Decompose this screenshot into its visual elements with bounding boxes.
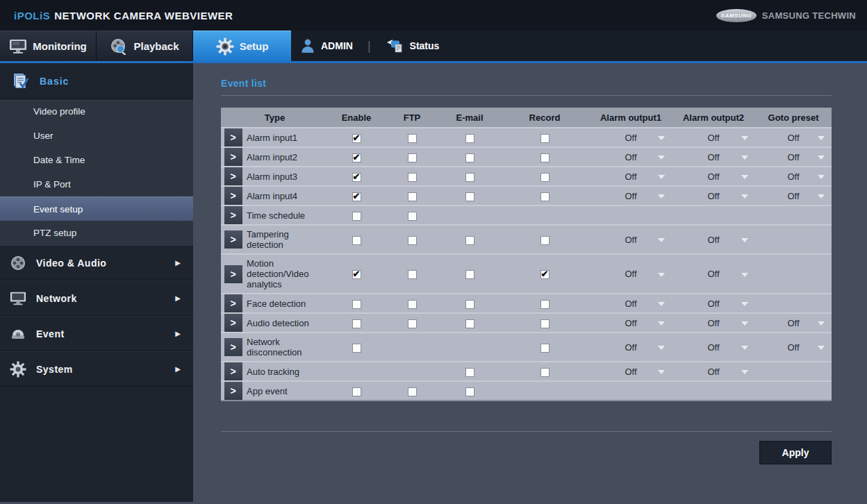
enable-checkbox[interactable] [352, 134, 361, 143]
sidebar-item-event[interactable]: Event ▶ [0, 316, 193, 351]
alarm-output2-dropdown[interactable]: Off [672, 235, 755, 245]
enable-checkbox[interactable] [352, 270, 361, 279]
alarm-output1-dropdown[interactable]: Off [590, 269, 672, 279]
expand-row-button[interactable]: > [224, 362, 242, 380]
sidebar-item-basic[interactable]: Basic [0, 63, 193, 99]
enable-checkbox[interactable] [352, 192, 361, 201]
enable-checkbox[interactable] [352, 212, 361, 221]
expand-row-button[interactable]: > [224, 148, 242, 166]
ftp-checkbox[interactable] [408, 300, 417, 309]
record-checkbox[interactable] [540, 192, 550, 201]
goto-preset-dropdown[interactable]: Off [755, 133, 832, 143]
record-checkbox[interactable] [540, 300, 550, 309]
ftp-checkbox[interactable] [408, 270, 417, 279]
alarm-output2-dropdown[interactable]: Off [672, 269, 755, 279]
sidebar-item-video-audio[interactable]: Video & Audio ▶ [0, 245, 193, 280]
email-checkbox[interactable] [465, 134, 474, 143]
record-checkbox[interactable] [540, 344, 550, 353]
email-checkbox[interactable] [465, 319, 474, 328]
alarm-output1-dropdown[interactable]: Off [590, 318, 672, 328]
expand-row-button[interactable]: > [224, 167, 242, 185]
ftp-checkbox[interactable] [408, 192, 417, 201]
alarm-output1-dropdown[interactable]: Off [590, 367, 672, 377]
alarm-output2-dropdown[interactable]: Off [672, 318, 755, 328]
alarm-output2-dropdown[interactable]: Off [672, 299, 755, 309]
record-checkbox[interactable] [540, 134, 550, 143]
goto-preset-dropdown[interactable]: Off [755, 318, 832, 328]
enable-checkbox[interactable] [352, 319, 361, 328]
goto-preset-dropdown[interactable]: Off [755, 171, 832, 182]
ftp-checkbox[interactable] [408, 153, 417, 162]
sidebar-item-video-profile[interactable]: Video profile [0, 99, 193, 124]
record-checkbox[interactable] [540, 368, 550, 377]
tab-setup[interactable]: Setup [193, 31, 291, 61]
alarm-output1-dropdown[interactable]: Off [590, 171, 672, 182]
enable-checkbox[interactable] [352, 153, 361, 162]
alarm-output1-dropdown[interactable]: Off [590, 299, 672, 309]
sidebar-item-ptz-setup[interactable]: PTZ setup [0, 221, 193, 245]
record-checkbox[interactable] [540, 173, 550, 182]
alarm-output2-dropdown[interactable]: Off [672, 342, 755, 353]
record-checkbox[interactable] [540, 153, 550, 162]
expand-row-button[interactable]: > [224, 338, 242, 356]
sidebar-item-user[interactable]: User [0, 124, 193, 148]
sidebar-item-event-setup[interactable]: Event setup [0, 196, 193, 221]
email-checkbox[interactable] [465, 173, 474, 182]
alarm-output2-dropdown[interactable]: Off [672, 367, 755, 377]
enable-checkbox[interactable] [352, 300, 361, 309]
expand-row-button[interactable]: > [224, 265, 242, 283]
ftp-checkbox[interactable] [408, 173, 417, 182]
alarm-output1-dropdown[interactable]: Off [590, 191, 672, 201]
logged-user-label: ADMIN [321, 40, 353, 51]
alarm-output2-dropdown[interactable]: Off [672, 133, 755, 143]
tab-monitoring[interactable]: Monitoring [0, 31, 97, 61]
enable-checkbox[interactable] [352, 387, 361, 396]
alarm-output2-dropdown[interactable]: Off [672, 152, 755, 162]
email-checkbox[interactable] [465, 368, 474, 377]
expand-row-button[interactable]: > [224, 128, 242, 146]
goto-preset-dropdown[interactable]: Off [755, 152, 832, 162]
brand-area: SAMSUNG SAMSUNG TECHWIN [716, 9, 856, 22]
email-checkbox[interactable] [465, 192, 474, 201]
apply-button[interactable]: Apply [759, 441, 832, 464]
sidebar-item-date-time[interactable]: Date & Time [0, 148, 193, 172]
sidebar-item-ip-port[interactable]: IP & Port [0, 172, 193, 196]
email-checkbox[interactable] [465, 300, 474, 309]
record-checkbox[interactable] [540, 236, 550, 245]
alarm-output2-dropdown[interactable]: Off [672, 171, 755, 182]
expand-row-button[interactable]: > [224, 206, 242, 224]
alarm-output1-dropdown[interactable]: Off [590, 235, 672, 245]
basic-submenu: Video profileUserDate & TimeIP & PortEve… [0, 99, 193, 245]
expand-row-button[interactable]: > [224, 230, 242, 249]
enable-checkbox[interactable] [352, 344, 361, 353]
record-checkbox[interactable] [540, 319, 550, 328]
status-link-label[interactable]: Status [410, 40, 440, 51]
email-checkbox[interactable] [465, 153, 474, 162]
ftp-checkbox[interactable] [408, 236, 417, 245]
ftp-checkbox[interactable] [408, 134, 417, 143]
email-checkbox[interactable] [465, 270, 474, 279]
expand-row-button[interactable]: > [224, 314, 242, 332]
ftp-checkbox[interactable] [408, 212, 417, 221]
expand-row-button[interactable]: > [224, 294, 242, 312]
alarm-output1-dropdown[interactable]: Off [590, 152, 672, 162]
chevron-down-icon [658, 156, 665, 160]
expand-row-button[interactable]: > [224, 382, 242, 400]
record-checkbox[interactable] [540, 270, 550, 279]
email-checkbox[interactable] [465, 387, 474, 396]
ftp-checkbox[interactable] [408, 387, 417, 396]
alarm-output2-dropdown[interactable]: Off [672, 191, 755, 201]
email-checkbox[interactable] [465, 236, 474, 245]
table-header-row: Type Enable FTP E-mail Record Alarm outp… [221, 108, 832, 128]
goto-preset-dropdown[interactable]: Off [755, 342, 832, 353]
enable-checkbox[interactable] [352, 236, 361, 245]
tab-playback[interactable]: Playback [97, 31, 193, 61]
enable-checkbox[interactable] [352, 173, 361, 182]
expand-row-button[interactable]: > [224, 187, 242, 205]
sidebar-item-network[interactable]: Network ▶ [0, 280, 193, 316]
ftp-checkbox[interactable] [408, 319, 417, 328]
goto-preset-dropdown[interactable]: Off [755, 191, 832, 201]
alarm-output1-dropdown[interactable]: Off [590, 133, 672, 143]
alarm-output1-dropdown[interactable]: Off [590, 342, 672, 353]
sidebar-item-system[interactable]: System ▶ [0, 351, 193, 387]
